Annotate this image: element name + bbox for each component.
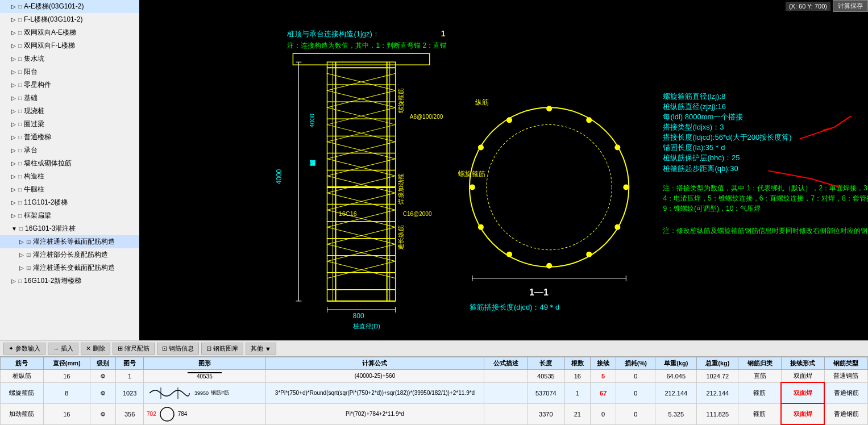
info-icon: ⊡ xyxy=(162,345,167,352)
cell-splice-count: 5 xyxy=(590,370,616,383)
item-icon: □ xyxy=(18,278,22,284)
sidebar-item-qiang[interactable]: ▷□墙柱或砌体拉筋 xyxy=(0,157,139,170)
svg-point-63 xyxy=(506,117,512,123)
svg-line-99 xyxy=(769,171,811,179)
sidebar-item-gzz1[interactable]: ▷⊡灌注桩通长等截面配筋构造 xyxy=(0,235,139,248)
cad-drawing: 桩顶与承台连接构造(1jgz)： 1 注：连接构造为数值，其中，1：判断直弯锚 … xyxy=(139,0,868,340)
cell-splice-type: 双面焊 xyxy=(781,382,824,403)
coordinates-display: (X: 60 Y: 700) xyxy=(786,2,830,11)
sidebar-item-double_fl[interactable]: ▷□双网双向F-L楼梯 xyxy=(0,39,139,52)
sidebar-item-16g101_2new[interactable]: ▷□16G101-2新增楼梯 xyxy=(0,274,139,288)
col-category: 钢筋归类 xyxy=(738,357,782,370)
svg-point-61 xyxy=(470,185,475,190)
rebar-library-button[interactable]: ⊡ 钢筋图库 xyxy=(201,343,243,355)
sidebar-item-chengtai[interactable]: ▷□承台 xyxy=(0,144,139,157)
col-splice-type: 接续形式 xyxy=(781,357,824,370)
scale-rebar-button[interactable]: ⊞ 缩尺配筋 xyxy=(113,343,155,355)
other-button[interactable]: 其他 ▼ xyxy=(246,343,276,355)
expand-icon: ▷ xyxy=(11,199,16,206)
item-icon: □ xyxy=(18,69,22,75)
cell-formula: 3*Pi*(750+d)*Round(sqrt(sqr(Pi*(750+2*d)… xyxy=(265,382,484,403)
cell-fig-no: 356 xyxy=(116,403,144,424)
col-shape: 图形 xyxy=(144,357,266,370)
cell-total-weight: 1024.72 xyxy=(697,370,738,383)
cell-formula-desc xyxy=(484,370,528,383)
scale-icon: ⊞ xyxy=(118,345,123,352)
item-icon: □ xyxy=(18,199,22,206)
sidebar-item-11g101[interactable]: ▷□11G101-2楼梯 xyxy=(0,196,139,209)
sidebar-item-16g101_3[interactable]: ▼□16G101-3灌注桩 xyxy=(0,222,139,235)
sidebar-label: 牛腿柱 xyxy=(24,185,44,194)
expand-icon: ▷ xyxy=(11,30,16,36)
svg-text:C16@2000: C16@2000 xyxy=(403,211,432,217)
cell-category: 箍筋 xyxy=(738,382,782,403)
table-header-row: 筋号 直径(mm) 级别 图号 图形 计算公式 公式描述 长度 根数 接续 损耗… xyxy=(1,357,868,370)
cell-grade: Φ xyxy=(90,382,115,403)
svg-point-56 xyxy=(614,224,620,230)
table-row: 加劲箍筋16Φ356 702 784 Pi*(702)+784+2*11.9*d… xyxy=(1,403,868,424)
rebar-table: 筋号 直径(mm) 级别 图号 图形 计算公式 公式描述 长度 根数 接续 损耗… xyxy=(0,357,868,425)
sidebar-item-jichu[interactable]: ▷□基础 xyxy=(0,91,139,105)
svg-text:注：搭接类型为数值，其中 1：代表绑扎（默认），2：单面焊接: 注：搭接类型为数值，其中 1：代表绑扎（默认），2：单面焊接，3：双面焊接 xyxy=(663,184,868,192)
sidebar-item-lingxing[interactable]: ▷□零星构件 xyxy=(0,78,139,91)
sidebar-item-xianzhu[interactable]: ▷□现浇桩 xyxy=(0,105,139,118)
item-icon: □ xyxy=(18,121,22,127)
params-input-button[interactable]: ✦ 参数输入 xyxy=(3,343,45,355)
cell-grade: Φ xyxy=(90,370,115,383)
sidebar-label: 普通楼梯 xyxy=(24,132,51,142)
sidebar-label: 双网双向A-E楼梯 xyxy=(24,28,76,38)
sidebar-item-gzz3[interactable]: ▷⊡灌注桩通长变截面配筋构造 xyxy=(0,261,139,274)
svg-point-54 xyxy=(614,144,620,150)
dropdown-icon: ▼ xyxy=(265,345,271,352)
sidebar-item-ae[interactable]: ▷□A-E楼梯(03G101-2) xyxy=(0,0,139,13)
col-jin-hao: 筋号 xyxy=(1,357,44,370)
cell-total-weight: 111.825 xyxy=(697,403,738,424)
svg-text:800: 800 xyxy=(353,312,364,320)
cell-length: 537074 xyxy=(528,382,565,403)
item-icon: □ xyxy=(18,3,22,10)
cell-unit-weight: 212.144 xyxy=(655,382,697,403)
sidebar-item-kuangjia[interactable]: ▷□框架扁梁 xyxy=(0,209,139,222)
sidebar-item-tuijiao[interactable]: ▷□牛腿柱 xyxy=(0,183,139,196)
expand-icon: ▷ xyxy=(19,252,24,258)
svg-point-60 xyxy=(478,224,484,230)
item-icon: ⊡ xyxy=(26,265,31,271)
svg-text:A8@100/200: A8@100/200 xyxy=(410,114,443,120)
col-diameter: 直径(mm) xyxy=(43,357,90,370)
cell-count: 21 xyxy=(564,403,590,424)
svg-text:16C16: 16C16 xyxy=(339,210,357,217)
sidebar-item-putong[interactable]: ▷□普通楼梯 xyxy=(0,131,139,144)
expand-icon: ▷ xyxy=(11,3,16,10)
sidebar-item-gzz2[interactable]: ▷⊡灌注桩部分长度配筋构造 xyxy=(0,248,139,261)
expand-icon: ▷ xyxy=(11,16,16,23)
expand-icon: ▷ xyxy=(11,121,16,127)
svg-text:桩顶与承台连接构造(1jgz)：: 桩顶与承台连接构造(1jgz)： xyxy=(286,30,380,38)
cell-formula: Pi*(702)+784+2*11.9*d xyxy=(265,403,484,424)
sidebar-label: F-L楼梯(03G101-2) xyxy=(24,15,82,24)
sidebar-item-guoliang[interactable]: ▷□圈过梁 xyxy=(0,118,139,131)
cell-loss: 0 xyxy=(616,382,655,403)
sidebar-label: 墙柱或砌体拉筋 xyxy=(24,159,72,168)
sidebar-item-gouzao[interactable]: ▷□构造柱 xyxy=(0,170,139,183)
cell-jin-hao: 螺旋箍筋 xyxy=(1,382,44,403)
expand-icon: ▷ xyxy=(11,134,16,140)
rebar-info-button[interactable]: ⊡ 钢筋信息 xyxy=(157,343,199,355)
sidebar-item-yangtai[interactable]: ▷□阳台 xyxy=(0,65,139,78)
cell-count: 1 xyxy=(564,382,590,403)
sidebar-item-double_ae[interactable]: ▷□双网双向A-E楼梯 xyxy=(0,26,139,39)
cell-loss: 0 xyxy=(616,370,655,383)
calc-save-button[interactable]: 计算保存 xyxy=(833,0,868,12)
sidebar-item-fl[interactable]: ▷□F-L楼梯(03G101-2) xyxy=(0,13,139,26)
sidebar-item-jishui[interactable]: ▷□集水坑 xyxy=(0,52,139,65)
expand-icon: ▷ xyxy=(11,43,16,49)
expand-icon: ▷ xyxy=(11,95,16,101)
cell-rebar-type: 普通钢筋 xyxy=(824,403,867,424)
expand-icon: ▷ xyxy=(11,186,16,193)
delete-button[interactable]: ✕ 删除 xyxy=(81,343,110,355)
expand-icon: ▷ xyxy=(11,56,16,62)
cell-formula: (40000-25)+560 xyxy=(265,370,484,383)
sidebar-label: 灌注桩通长等截面配筋构造 xyxy=(33,237,115,247)
svg-point-53 xyxy=(586,117,592,123)
sidebar-label: 框架扁梁 xyxy=(24,211,51,220)
insert-button[interactable]: → 插入 xyxy=(48,343,78,355)
